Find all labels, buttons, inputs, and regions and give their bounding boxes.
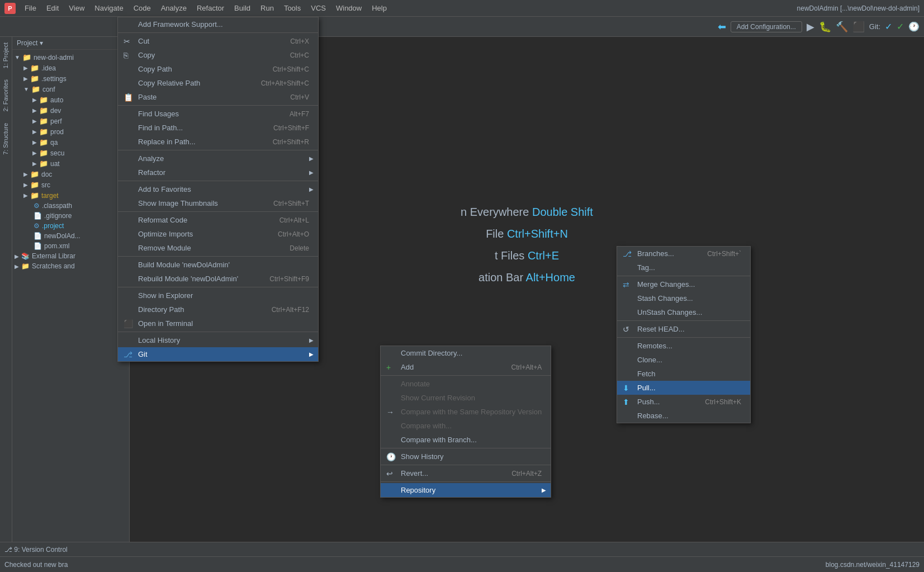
side-tab-favorites[interactable]: 2: Favorites — [0, 74, 12, 117]
search-file-hint: File Ctrl+Shift+N — [486, 228, 568, 240]
tree-item[interactable]: 📄 newDolAd... — [12, 231, 129, 241]
menu-file[interactable]: File — [20, 2, 41, 14]
menu-copy[interactable]: ⎘ Copy Ctrl+C — [118, 48, 318, 62]
menu-remotes[interactable]: Remotes... — [617, 339, 750, 353]
project-panel: Project ▾ ▼ 📁 new-dol-admi ▶ 📁 .idea ▶ 📁… — [12, 37, 130, 556]
menu-repository[interactable]: Repository ▶ — [381, 483, 551, 497]
tree-item[interactable]: ▶ 📁 .settings — [12, 73, 129, 84]
tree-root[interactable]: ▼ 📁 new-dol-admi — [12, 52, 129, 63]
menu-show-explorer[interactable]: Show in Explorer — [118, 289, 318, 302]
tree-item[interactable]: ▶ 📁 target — [12, 190, 129, 201]
tree-item[interactable]: ▶ 📁 prod — [12, 126, 129, 137]
menu-fetch[interactable]: Fetch — [617, 367, 750, 381]
menu-analyze[interactable]: Analyze — [157, 2, 191, 14]
tree-scratches[interactable]: ▶ 📁 Scratches and — [12, 261, 129, 271]
menu-build-module[interactable]: Build Module 'newDolAdmin' — [118, 258, 318, 272]
menu-tools[interactable]: Tools — [279, 2, 305, 14]
menu-build[interactable]: Build — [230, 2, 255, 14]
menu-run[interactable]: Run — [256, 2, 278, 14]
menu-copy-rel-path[interactable]: Copy Relative Path Ctrl+Alt+Shift+C — [118, 76, 318, 90]
tree-item[interactable]: ⚙ .classpath — [12, 201, 129, 211]
menu-rebuild-module[interactable]: Rebuild Module 'newDolAdmin' Ctrl+Shift+… — [118, 272, 318, 286]
separator — [118, 105, 318, 106]
menu-rebase[interactable]: Rebase... — [617, 409, 750, 423]
menu-git[interactable]: ⎇ Git ▶ — [118, 347, 318, 361]
add-configuration-button[interactable]: Add Configuration... — [731, 21, 802, 32]
tree-item[interactable]: ▶ 📁 auto — [12, 94, 129, 105]
tree-item[interactable]: ▶ 📁 perf — [12, 116, 129, 126]
menu-show-history[interactable]: 🕐 Show History — [381, 450, 551, 464]
menu-reset-head[interactable]: ↺ Reset HEAD... — [617, 322, 750, 336]
menu-revert[interactable]: ↩ Revert... Ctrl+Alt+Z — [381, 466, 551, 480]
menu-pull[interactable]: ⬇ Pull... — [617, 381, 750, 395]
tree-item[interactable]: ▶ 📁 uat — [12, 158, 129, 169]
revert-icon: ↩ — [386, 469, 393, 478]
version-control-tab[interactable]: ⎇ 9: Version Control — [4, 546, 68, 554]
menu-add[interactable]: + Add Ctrl+Alt+A — [381, 360, 551, 374]
separator — [118, 287, 318, 287]
menu-merge-changes[interactable]: ⇄ Merge Changes... — [617, 277, 750, 291]
menu-find-in-path[interactable]: Find in Path... Ctrl+Shift+F — [118, 121, 318, 135]
run-icon[interactable]: ▶ — [807, 21, 814, 33]
tree-item[interactable]: ▼ 📁 conf — [12, 84, 129, 94]
menu-find-usages[interactable]: Find Usages Alt+F7 — [118, 107, 318, 121]
tree-item[interactable]: 📄 .gitignore — [12, 211, 129, 221]
menu-commit-dir[interactable]: Commit Directory... — [381, 346, 551, 360]
menu-reformat-code[interactable]: Reformat Code Ctrl+Alt+L — [118, 213, 318, 227]
project-dropdown[interactable]: Project ▾ — [17, 39, 43, 47]
side-tab-project[interactable]: 1: Project — [0, 37, 12, 74]
menu-add-framework[interactable]: Add Framework Support... — [118, 17, 318, 31]
menu-local-history[interactable]: Local History ▶ — [118, 333, 318, 347]
menu-cut[interactable]: ✂ Cut Ctrl+X — [118, 34, 318, 48]
menu-compare-branch[interactable]: Compare with Branch... — [381, 433, 551, 447]
build-icon[interactable]: 🔨 — [836, 21, 848, 33]
menu-unstash-changes[interactable]: UnStash Changes... — [617, 305, 750, 319]
git-history-icon[interactable]: 🕐 — [908, 21, 920, 32]
menu-paste[interactable]: 📋 Paste Ctrl+V — [118, 90, 318, 104]
menu-stash-changes[interactable]: Stash Changes... — [617, 291, 750, 305]
menu-refactor[interactable]: Refactor — [192, 2, 229, 14]
tree-item[interactable]: ▶ 📁 secu — [12, 148, 129, 158]
menu-view[interactable]: View — [64, 2, 89, 14]
tree-item[interactable]: ▶ 📁 .idea — [12, 63, 129, 73]
vcs-panel: ⎇ 9: Version Control — [0, 542, 924, 556]
tree-item[interactable]: ▶ 📁 qa — [12, 137, 129, 148]
debug-icon[interactable]: 🐛 — [819, 21, 831, 33]
menubar: P File Edit View Navigate Code Analyze R… — [0, 0, 924, 17]
menu-replace-in-path[interactable]: Replace in Path... Ctrl+Shift+R — [118, 135, 318, 149]
menu-refactor[interactable]: Refactor ▶ — [118, 166, 318, 179]
tree-item[interactable]: ⚙ .project — [12, 221, 129, 231]
menu-branches[interactable]: ⎇ Branches... Ctrl+Shift+` — [617, 247, 750, 261]
menu-add-favorites[interactable]: Add to Favorites ▶ — [118, 182, 318, 196]
branches-icon: ⎇ — [623, 249, 632, 258]
tree-external-lib[interactable]: ▶ 📚 External Librar — [12, 251, 129, 261]
menu-open-terminal[interactable]: ⬛ Open in Terminal — [118, 316, 318, 330]
menu-dir-path[interactable]: Directory Path Ctrl+Alt+F12 — [118, 302, 318, 316]
back-navigation-icon[interactable]: ⬅ — [718, 21, 726, 33]
side-tab-structure[interactable]: 7: Structure — [0, 117, 12, 160]
menu-tag[interactable]: Tag... — [617, 261, 750, 275]
menu-optimize-imports[interactable]: Optimize Imports Ctrl+Alt+O — [118, 227, 318, 241]
menu-navigate[interactable]: Navigate — [90, 2, 127, 14]
menu-window[interactable]: Window — [331, 2, 366, 14]
git-icon: ⎇ — [4, 546, 12, 554]
menu-show-thumbnails[interactable]: Show Image Thumbnails Ctrl+Shift+T — [118, 196, 318, 210]
menu-copy-path[interactable]: Copy Path Ctrl+Shift+C — [118, 62, 318, 76]
stop-icon[interactable]: ⬛ — [852, 21, 865, 33]
project-panel-header: Project ▾ — [12, 37, 129, 50]
tree-item[interactable]: ▶ 📁 dev — [12, 105, 129, 116]
menu-vcs[interactable]: VCS — [306, 2, 330, 14]
tree-item[interactable]: ▶ 📁 src — [12, 179, 129, 190]
tree-item[interactable]: ▶ 📁 doc — [12, 169, 129, 179]
menu-push[interactable]: ⬆ Push... Ctrl+Shift+K — [617, 395, 750, 409]
menu-clone[interactable]: Clone... — [617, 353, 750, 367]
menu-analyze[interactable]: Analyze ▶ — [118, 152, 318, 166]
tree-item[interactable]: 📄 pom.xml — [12, 241, 129, 251]
main-context-menu: Add Framework Support... ✂ Cut Ctrl+X ⎘ … — [117, 17, 319, 362]
menu-remove-module[interactable]: Remove Module Delete — [118, 241, 318, 255]
menu-code[interactable]: Code — [129, 2, 155, 14]
menu-edit[interactable]: Edit — [42, 2, 63, 14]
arrow-icon: → — [386, 408, 394, 417]
statusbar: Checked out new bra blog.csdn.net/weixin… — [0, 556, 924, 572]
menu-help[interactable]: Help — [367, 2, 391, 14]
